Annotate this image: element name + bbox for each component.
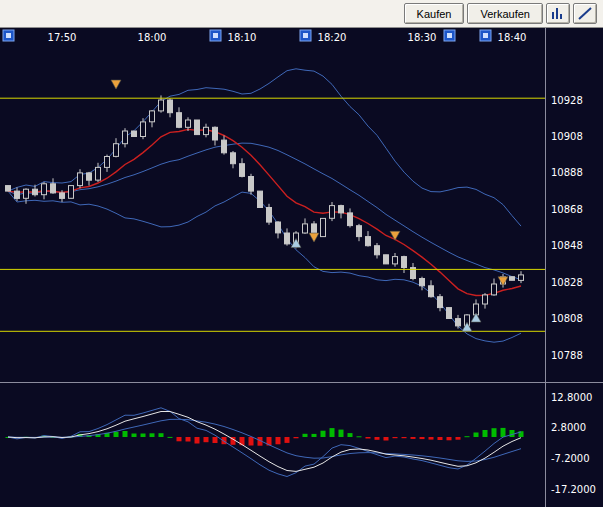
candle-body <box>213 127 218 140</box>
candle-body <box>366 237 371 246</box>
histogram-bar <box>375 437 380 440</box>
trend-line-icon <box>578 7 592 20</box>
sell-button[interactable]: Verkaufen <box>467 3 543 24</box>
candle-body <box>384 255 389 264</box>
candle-body <box>393 257 398 264</box>
histogram-bar <box>447 437 452 440</box>
candle-body <box>51 184 56 193</box>
candle-body <box>96 167 101 180</box>
candle-body <box>177 113 182 128</box>
histogram-bar <box>285 437 290 443</box>
histogram-bar <box>366 437 371 439</box>
candle-body <box>357 226 362 237</box>
event-marker-glyph <box>303 33 308 38</box>
candle-body <box>429 286 434 297</box>
price-axis-label: 10828 <box>551 277 583 288</box>
event-marker-glyph <box>213 33 218 38</box>
histogram-bar <box>213 437 218 443</box>
candle-body <box>510 277 515 281</box>
candle-body <box>105 157 110 168</box>
histogram-bar <box>204 437 209 442</box>
indicator-axis-label: 2.8000 <box>551 422 586 433</box>
candle-body <box>159 100 164 111</box>
indicator-axis-label: -7.2000 <box>551 453 590 464</box>
histogram-bar <box>384 437 389 441</box>
candle-body <box>132 131 137 137</box>
time-axis-label: 18:40 <box>498 32 527 43</box>
candle-body <box>24 189 29 198</box>
event-marker-glyph <box>6 33 11 38</box>
time-axis-label: 18:30 <box>408 32 437 43</box>
candle-body <box>276 222 281 233</box>
candle-body <box>249 177 254 192</box>
time-axis-label: 18:10 <box>228 32 257 43</box>
candle-body <box>123 131 128 144</box>
histogram-bar <box>249 437 254 446</box>
candle-body <box>285 233 290 244</box>
candle-body <box>483 295 488 304</box>
histogram-bar <box>456 437 461 440</box>
bar-chart-icon <box>551 7 565 20</box>
candle-body <box>15 191 20 198</box>
histogram-bar <box>123 431 128 437</box>
candle-body <box>519 275 524 281</box>
candle-body <box>33 189 38 195</box>
price-axis-label: 10908 <box>551 131 583 142</box>
price-axis-label: 10868 <box>551 204 583 215</box>
chart-area[interactable]: 17:5018:0018:1018:2018:3018:401092810908… <box>0 28 603 507</box>
histogram-bar <box>159 433 164 437</box>
candle-body <box>60 193 65 199</box>
event-marker-glyph <box>483 33 488 38</box>
candle-body <box>186 120 191 127</box>
histogram-bar <box>492 428 497 437</box>
candle-body <box>330 206 335 219</box>
candle-body <box>447 308 452 319</box>
candle-body <box>438 297 443 308</box>
candle-body <box>375 246 380 255</box>
chart-type-button[interactable] <box>546 3 570 24</box>
candle-body <box>420 279 425 286</box>
histogram-bar <box>339 430 344 437</box>
histogram-bar <box>420 437 425 439</box>
price-axis-label: 10848 <box>551 240 583 251</box>
candle-body <box>195 120 200 135</box>
histogram-bar <box>501 428 506 437</box>
candle-body <box>321 218 326 236</box>
candle-body <box>78 173 83 186</box>
event-marker-glyph <box>447 33 452 38</box>
time-axis-label: 17:50 <box>48 32 77 43</box>
candle-body <box>267 208 272 223</box>
candle-body <box>69 186 74 199</box>
candle-body <box>150 111 155 122</box>
histogram-bar <box>357 436 362 437</box>
histogram-bar <box>348 433 353 437</box>
candle-body <box>141 122 146 137</box>
buy-button[interactable]: Kaufen <box>404 3 465 24</box>
candle-body <box>114 144 119 157</box>
histogram-bar <box>168 437 173 438</box>
price-axis-label: 10788 <box>551 350 583 361</box>
histogram-bar <box>177 437 182 441</box>
histogram-bar <box>276 437 281 444</box>
candle-body <box>204 127 209 134</box>
candle-body <box>339 206 344 213</box>
histogram-bar <box>186 437 191 442</box>
histogram-bar <box>393 437 398 438</box>
histogram-bar <box>195 437 200 444</box>
histogram-bar <box>150 433 155 437</box>
candle-body <box>258 191 263 207</box>
candle-body <box>303 224 308 233</box>
histogram-bar <box>474 433 479 438</box>
candle-body <box>42 184 47 195</box>
histogram-bar <box>429 437 434 440</box>
trend-line-button[interactable] <box>573 3 597 24</box>
candle-body <box>492 284 497 295</box>
time-axis-label: 18:20 <box>318 32 347 43</box>
histogram-bar <box>411 437 416 439</box>
histogram-bar <box>330 428 335 437</box>
time-axis-label: 18:00 <box>138 32 167 43</box>
histogram-bar <box>321 431 326 437</box>
indicator-axis-label: -17.2000 <box>551 484 596 495</box>
histogram-bar <box>294 437 299 438</box>
candle-body <box>402 257 407 268</box>
